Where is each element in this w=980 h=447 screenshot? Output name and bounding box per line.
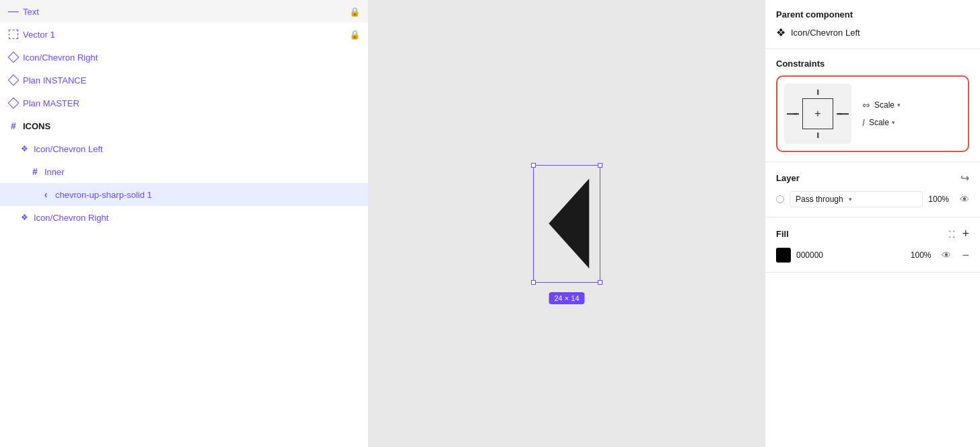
tick-top [817,90,818,95]
layer-label: Plan INSTANCE [23,75,360,85]
chevron-down-icon: ▾ [892,119,895,126]
layer-vector1[interactable]: Vector 1 🔒 [0,23,368,46]
layer-mode-value: Pass through [796,195,843,204]
chevron-shape [540,173,594,274]
layer-icons[interactable]: # ICONS [0,114,368,137]
layer-opacity: 100% [928,195,949,204]
layer-plan-master[interactable]: Plan MASTER [0,92,368,114]
layer-label: Icon/Chevron Right [23,53,360,63]
tick-right [837,113,842,114]
size-badge: 24 × 14 [549,292,584,304]
layer-label: Text [23,7,345,17]
layer-label: Inner [44,167,360,177]
constraint-diagram: + [784,83,851,144]
hash-icon: # [8,121,19,131]
vertical-constraint-icon: I [862,117,865,128]
constraint-controls: ⇔ Scale ▾ I Scale ▾ [862,100,961,128]
vector-icon [8,29,19,40]
layer-label: Plan MASTER [23,98,360,108]
diamond-icon [8,98,19,108]
tick-bottom [817,133,818,138]
handle-top-right[interactable] [598,163,602,168]
fill-section: Fill ⁚⁚ + 000000 100% 👁 − [765,217,980,273]
layer-title: Layer [776,173,960,183]
chevron-down-icon: ▾ [849,196,852,203]
layer-goto-icon[interactable]: ↪ [960,172,969,184]
fill-add-button[interactable]: + [962,227,969,241]
layers-panel: — Text 🔒 Vector 1 🔒 Icon/Chevron Right P… [0,0,369,447]
fill-color-swatch[interactable] [776,248,791,263]
right-panel: Parent component ❖ Icon/Chevron Left Con… [765,0,980,447]
layer-mode-select[interactable]: Pass through ▾ [790,191,923,207]
parent-component-section: Parent component ❖ Icon/Chevron Left [765,0,980,49]
parent-component-row[interactable]: ❖ Icon/Chevron Left [776,26,969,39]
canvas[interactable]: 24 × 14 [369,0,765,447]
layer-icon-chevron-right-2[interactable]: ❖ Icon/Chevron Right [0,206,368,229]
fill-dots-icon[interactable]: ⁚⁚ [948,229,956,240]
layer-label: chevron-up-sharp-solid 1 [55,190,360,200]
layer-section: Layer ↪ Pass through ▾ 100% 👁 [765,162,980,217]
lock-icon: 🔒 [349,7,360,17]
layer-blend-icon [776,195,784,203]
fill-row: 000000 100% 👁 − [776,248,969,263]
vertical-constraint-row: I Scale ▾ [862,117,961,128]
fill-color-hex: 000000 [796,250,905,260]
layer-label: Vector 1 [23,30,345,40]
layer-text[interactable]: — Text 🔒 [0,0,368,23]
fill-remove-button[interactable]: − [962,248,969,263]
horizontal-constraint-row: ⇔ Scale ▾ [862,100,961,110]
layer-label: ICONS [23,121,360,131]
component-icon: ❖ [19,143,30,154]
fill-title: Fill [776,229,948,239]
parent-component-title: Parent component [776,9,969,20]
horizontal-constraint-icon: ⇔ [862,100,870,110]
canvas-content: 24 × 14 [533,165,600,283]
fill-eye-icon[interactable]: 👁 [942,250,951,261]
vertical-constraint-value: Scale [869,118,889,127]
eye-icon[interactable]: 👁 [960,194,969,205]
layer-label: Icon/Chevron Left [34,144,360,154]
svg-marker-0 [549,178,589,268]
tick-left [794,113,799,114]
lock-icon: 🔒 [349,30,360,40]
fill-header: Fill ⁚⁚ + [776,227,969,241]
horizontal-constraint-select[interactable]: Scale ▾ [874,100,901,110]
hash-icon: # [30,166,40,177]
layer-row: Pass through ▾ 100% 👁 [776,191,969,207]
component-icon: ❖ [19,212,30,223]
constraints-title: Constraints [776,59,969,69]
diamond-icon [8,75,19,85]
constraints-section: Constraints + ⇔ Sca [765,49,980,162]
fill-opacity: 100% [911,250,932,260]
inner-constraint-box: + [802,98,833,129]
layer-inner[interactable]: # Inner [0,160,368,183]
layer-icon-chevron-right-1[interactable]: Icon/Chevron Right [0,46,368,69]
constraints-box: + ⇔ Scale ▾ I Scale ▾ [776,75,969,152]
layer-plan-instance[interactable]: Plan INSTANCE [0,69,368,92]
chevron-layer-icon: ‹ [40,189,51,200]
handle-bottom-left[interactable] [531,280,536,285]
layer-chevron-up-sharp-solid[interactable]: ‹ chevron-up-sharp-solid 1 [0,183,368,206]
vertical-constraint-select[interactable]: Scale ▾ [869,118,895,127]
chevron-selection-box [533,165,600,283]
handle-top-left[interactable] [531,163,536,168]
horizontal-constraint-value: Scale [874,100,895,110]
plus-icon: + [814,108,820,120]
layer-label: Icon/Chevron Right [34,213,360,223]
layer-icon-chevron-left[interactable]: ❖ Icon/Chevron Left [0,137,368,160]
diamond-icon [8,52,19,63]
parent-component-name: Icon/Chevron Left [791,28,860,38]
component-dots-icon: ❖ [776,26,785,39]
chevron-down-icon: ▾ [897,102,901,108]
minus-icon: — [8,6,19,17]
handle-bottom-right[interactable] [598,280,602,285]
